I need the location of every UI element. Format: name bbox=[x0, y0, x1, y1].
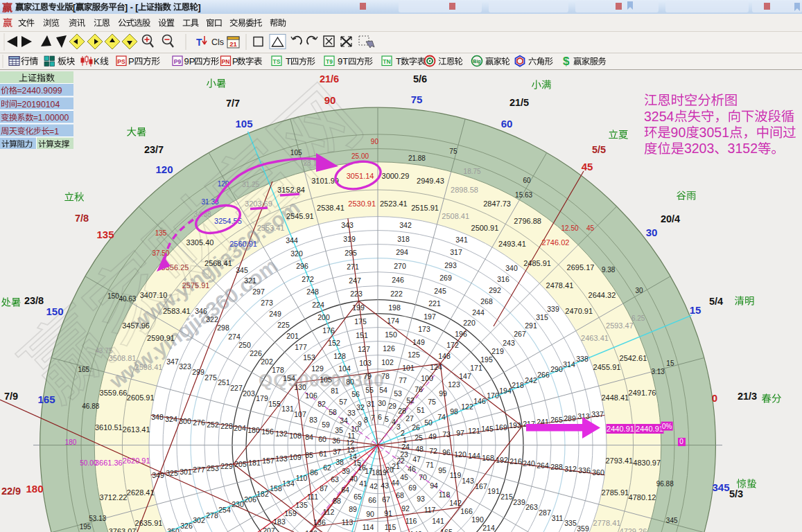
svg-text:133: 133 bbox=[275, 454, 288, 463]
svg-text:130: 130 bbox=[294, 383, 306, 391]
svg-text:90: 90 bbox=[671, 125, 686, 140]
svg-text:169: 169 bbox=[495, 423, 507, 432]
svg-text:2470.91: 2470.91 bbox=[565, 307, 593, 315]
svg-text:175: 175 bbox=[354, 317, 367, 326]
svg-text:134: 134 bbox=[282, 479, 295, 488]
svg-text:90: 90 bbox=[366, 510, 374, 518]
svg-text:3051.14: 3051.14 bbox=[347, 172, 374, 180]
svg-text:117: 117 bbox=[424, 506, 436, 514]
svg-text:54: 54 bbox=[379, 386, 387, 394]
svg-text:75: 75 bbox=[411, 94, 423, 105]
svg-text:190: 190 bbox=[471, 515, 484, 524]
svg-text:P: P bbox=[232, 56, 238, 66]
svg-text:88: 88 bbox=[333, 497, 341, 505]
svg-text:2568.41: 2568.41 bbox=[204, 259, 232, 267]
svg-text:346: 346 bbox=[195, 307, 207, 315]
svg-text:302: 302 bbox=[193, 516, 205, 524]
svg-text:160: 160 bbox=[305, 529, 317, 532]
svg-text:77: 77 bbox=[399, 376, 407, 384]
svg-text:75: 75 bbox=[449, 148, 457, 155]
svg-text:21/5: 21/5 bbox=[509, 97, 529, 108]
svg-text:PN: PN bbox=[222, 58, 230, 65]
svg-text:215: 215 bbox=[500, 493, 513, 501]
svg-text:347: 347 bbox=[166, 357, 179, 366]
svg-text:154: 154 bbox=[283, 374, 295, 382]
svg-text:T9: T9 bbox=[326, 58, 333, 65]
svg-text:67: 67 bbox=[382, 495, 390, 504]
svg-text:343: 343 bbox=[341, 221, 354, 229]
svg-text:254: 254 bbox=[218, 506, 231, 514]
svg-text:48: 48 bbox=[415, 445, 424, 453]
svg-text:3508.81: 3508.81 bbox=[109, 354, 137, 362]
svg-text:115: 115 bbox=[385, 523, 396, 531]
svg-text:72: 72 bbox=[429, 447, 437, 455]
svg-text:101: 101 bbox=[402, 364, 415, 372]
svg-text:T: T bbox=[396, 56, 401, 66]
svg-text:2491.76: 2491.76 bbox=[629, 389, 656, 397]
svg-text:269: 269 bbox=[439, 274, 452, 282]
svg-text:275: 275 bbox=[204, 373, 217, 382]
svg-text:3152: 3152 bbox=[728, 141, 758, 156]
svg-text:75: 75 bbox=[428, 398, 436, 406]
svg-text:95: 95 bbox=[438, 466, 446, 475]
svg-text:21: 21 bbox=[229, 40, 237, 48]
svg-text:49: 49 bbox=[428, 432, 437, 441]
svg-text:25.00: 25.00 bbox=[351, 152, 369, 160]
svg-text:118: 118 bbox=[439, 490, 451, 499]
svg-text:219: 219 bbox=[491, 347, 504, 355]
svg-text:5/3: 5/3 bbox=[729, 488, 743, 499]
svg-text:50: 50 bbox=[424, 418, 433, 427]
svg-text:30: 30 bbox=[635, 287, 643, 294]
svg-text:144: 144 bbox=[468, 452, 480, 460]
svg-text:157: 157 bbox=[262, 456, 274, 465]
svg-text:23/8: 23/8 bbox=[24, 295, 44, 306]
svg-text:]: ] bbox=[198, 3, 200, 12]
svg-text:345: 345 bbox=[236, 266, 248, 274]
svg-text:128: 128 bbox=[333, 352, 346, 360]
svg-text:271: 271 bbox=[347, 263, 359, 271]
svg-text:27: 27 bbox=[406, 414, 414, 423]
svg-text:103: 103 bbox=[359, 359, 372, 367]
svg-text:21.88: 21.88 bbox=[408, 154, 426, 162]
svg-text:206: 206 bbox=[244, 495, 256, 504]
svg-text:152: 152 bbox=[328, 339, 340, 347]
svg-text:85: 85 bbox=[305, 451, 313, 459]
svg-text:2542.61: 2542.61 bbox=[620, 354, 647, 362]
svg-text:82: 82 bbox=[317, 400, 326, 408]
svg-text:263: 263 bbox=[525, 503, 538, 511]
svg-text:=2440.9099: =2440.9099 bbox=[17, 86, 62, 96]
svg-text:2644.32: 2644.32 bbox=[589, 291, 616, 299]
svg-text:345: 345 bbox=[712, 481, 729, 493]
svg-text:98: 98 bbox=[450, 407, 458, 416]
svg-text:191: 191 bbox=[487, 487, 500, 495]
svg-text:204: 204 bbox=[234, 424, 246, 432]
svg-text:43: 43 bbox=[381, 481, 389, 490]
svg-text:135: 135 bbox=[155, 229, 167, 237]
svg-text:3.13: 3.13 bbox=[651, 368, 665, 375]
svg-text:5/5: 5/5 bbox=[592, 144, 606, 155]
svg-text:5/6: 5/6 bbox=[413, 73, 427, 85]
svg-text:22/9: 22/9 bbox=[1, 486, 21, 497]
svg-text:159: 159 bbox=[284, 509, 297, 517]
svg-text:2613.41: 2613.41 bbox=[123, 425, 150, 434]
svg-text:20/4: 20/4 bbox=[661, 213, 680, 224]
svg-text:2583.41: 2583.41 bbox=[163, 307, 191, 315]
svg-text:278: 278 bbox=[206, 511, 218, 520]
svg-text:266: 266 bbox=[537, 371, 550, 379]
svg-text:317: 317 bbox=[450, 248, 462, 256]
svg-text:42: 42 bbox=[369, 482, 378, 490]
svg-text:64: 64 bbox=[341, 486, 349, 494]
svg-text:3661.36: 3661.36 bbox=[95, 459, 123, 467]
svg-text:150: 150 bbox=[46, 305, 63, 317]
svg-text:293: 293 bbox=[444, 261, 457, 269]
svg-text:300: 300 bbox=[179, 417, 191, 425]
svg-text:2628.41: 2628.41 bbox=[127, 488, 155, 497]
svg-text:340: 340 bbox=[505, 264, 518, 272]
svg-text:46.88: 46.88 bbox=[82, 402, 99, 410]
svg-text:325: 325 bbox=[166, 469, 178, 477]
svg-text:114: 114 bbox=[363, 523, 374, 531]
svg-text:249: 249 bbox=[269, 310, 281, 318]
svg-text:73: 73 bbox=[442, 430, 451, 438]
svg-text:338: 338 bbox=[576, 355, 589, 363]
svg-text:31.25: 31.25 bbox=[242, 181, 259, 188]
